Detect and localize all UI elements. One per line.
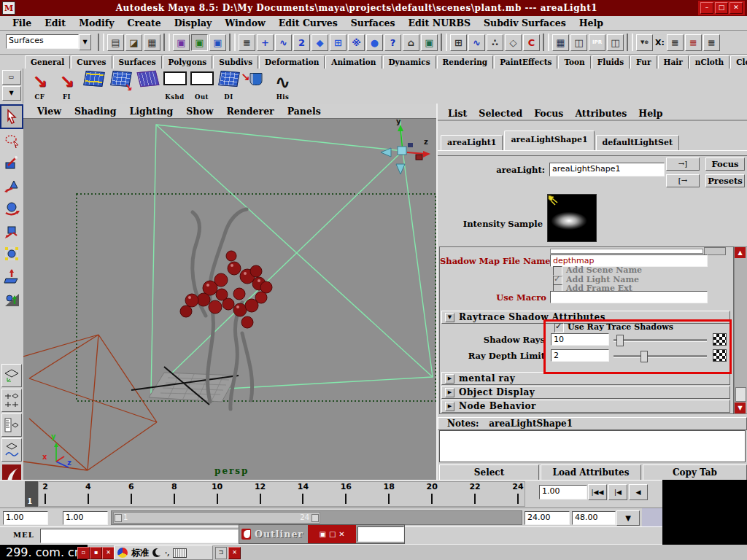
checkbox-icon[interactable] bbox=[553, 276, 562, 285]
mask-curves-icon[interactable]: ∿ bbox=[275, 34, 292, 51]
ime-logo-icon[interactable] bbox=[117, 548, 128, 558]
select-tool[interactable] bbox=[0, 104, 23, 129]
hide-show-icon[interactable]: →] bbox=[666, 158, 700, 171]
shelf-tab[interactable]: Deformation bbox=[259, 55, 325, 69]
outliner-window-titlebar[interactable]: Outliner ▣ □ ✕ bbox=[239, 524, 405, 544]
separator[interactable] bbox=[441, 34, 447, 51]
menu-item[interactable]: Surfaces bbox=[344, 18, 402, 28]
show-manip-tool[interactable] bbox=[1, 288, 22, 310]
mask-hulls-icon[interactable]: ⊞ bbox=[330, 34, 347, 51]
ae-node-tab[interactable]: areaLight1 bbox=[441, 135, 503, 150]
collapsed-section-header[interactable]: ▶ Object Display bbox=[441, 386, 730, 399]
shelf-item-out[interactable]: Out bbox=[188, 69, 215, 102]
minimize-button[interactable]: – bbox=[700, 2, 713, 14]
window-titlebar[interactable]: M Autodesk Maya 8.5: D:\My Documents\may… bbox=[0, 0, 747, 16]
ae-menu-item[interactable]: Focus bbox=[528, 108, 569, 119]
shelf-tab[interactable]: Hair bbox=[658, 55, 689, 69]
menu-item[interactable]: Edit Curves bbox=[272, 18, 344, 28]
shelf-tab[interactable]: General bbox=[25, 55, 70, 69]
lasso-tool[interactable] bbox=[1, 130, 22, 152]
shelf-tab[interactable]: Cloth bbox=[730, 55, 747, 69]
shelf-tab[interactable]: Polygons bbox=[163, 55, 213, 69]
expand-arrow-icon[interactable]: ▶ bbox=[445, 388, 454, 397]
viewport-canvas[interactable]: persp y z x y z bbox=[23, 119, 436, 481]
shelf-item-grid-crumple[interactable] bbox=[134, 69, 161, 102]
menu-item[interactable]: Create bbox=[120, 18, 167, 28]
quick-select-icon[interactable]: ▼⊕ bbox=[636, 34, 653, 51]
viewport-menu-item[interactable]: View bbox=[31, 106, 68, 117]
paint-select-tool[interactable] bbox=[1, 152, 22, 174]
mask-rendering-icon[interactable]: ● bbox=[366, 34, 383, 51]
menuset-selector[interactable]: Surfaces ▼ bbox=[6, 34, 91, 50]
shelf-menu-button[interactable]: ▼ bbox=[2, 86, 21, 101]
save-scene-icon[interactable]: ▦ bbox=[144, 34, 160, 51]
use-macro-field[interactable] bbox=[550, 291, 708, 303]
viewport-menu-item[interactable]: Renderer bbox=[220, 106, 280, 117]
chevron-down-icon[interactable]: ▼ bbox=[79, 34, 91, 50]
new-scene-icon[interactable]: ▤ bbox=[107, 34, 124, 51]
layout-persp-graph[interactable] bbox=[1, 438, 22, 462]
separator[interactable] bbox=[163, 34, 170, 51]
time-slider[interactable]: 1 2 4 6 8 10 bbox=[0, 480, 747, 508]
show-layereditor-icon[interactable]: ≡ bbox=[685, 34, 702, 51]
mask-points-icon[interactable]: + bbox=[257, 34, 274, 51]
snap-point-icon[interactable]: ∴ bbox=[487, 34, 503, 51]
ae-node-tab[interactable]: defaultLightSet bbox=[596, 135, 680, 150]
mask-surfaces-icon[interactable]: ◆ bbox=[311, 34, 328, 51]
shelf-tab[interactable]: Fur bbox=[630, 55, 657, 69]
collapser-icon[interactable]: ≡ bbox=[239, 34, 255, 51]
show-channelbox-icon[interactable]: ≡ bbox=[667, 34, 684, 51]
tray-toggle-button[interactable]: ⊐ bbox=[215, 547, 227, 559]
layout-persp-outliner[interactable] bbox=[1, 413, 22, 437]
scrollbar-thumb[interactable] bbox=[735, 387, 746, 402]
expand-arrow-icon[interactable]: ▶ bbox=[445, 374, 454, 384]
viewport-menu-item[interactable]: Panels bbox=[281, 106, 328, 117]
scroll-down-icon[interactable]: ▼ bbox=[735, 402, 746, 413]
load-attributes-button[interactable]: Load Attributes bbox=[541, 464, 641, 481]
ae-menu-item[interactable]: Help bbox=[632, 108, 668, 119]
separator[interactable] bbox=[229, 34, 236, 51]
command-line-input[interactable] bbox=[40, 529, 239, 543]
ime-punct-icon[interactable]: ·, bbox=[165, 549, 169, 556]
mask-misc-icon[interactable]: ※ bbox=[348, 34, 365, 51]
shelf-item-grid-select[interactable] bbox=[107, 69, 134, 102]
viewport-menu-item[interactable]: Shading bbox=[68, 106, 123, 117]
restore-button[interactable]: □ bbox=[715, 2, 728, 14]
close-button[interactable]: ✕ bbox=[729, 2, 743, 14]
presets-button[interactable]: Presets bbox=[705, 174, 745, 187]
shelf-tab[interactable]: Subdivs bbox=[213, 55, 258, 69]
menu-item[interactable]: Window bbox=[218, 18, 272, 28]
show-attributes-icon[interactable]: ≡ bbox=[703, 34, 720, 51]
range-slider-track[interactable]: 1 24 bbox=[111, 510, 522, 525]
outliner-filter-field[interactable] bbox=[357, 526, 404, 542]
separator[interactable] bbox=[543, 34, 549, 51]
ime-fullhalf-icon[interactable] bbox=[152, 548, 161, 557]
shelf-tab[interactable]: Toon bbox=[558, 55, 590, 69]
menu-item[interactable]: Edit NURBS bbox=[402, 18, 477, 28]
collapsed-section-header[interactable]: ▶ Node Behavior bbox=[441, 400, 730, 413]
snap-magnet-icon[interactable]: C bbox=[523, 34, 540, 51]
ipr-render-icon[interactable]: IPR bbox=[589, 34, 605, 51]
tray-close-button[interactable]: ✕ bbox=[228, 547, 241, 559]
mask-params-icon[interactable]: 2 bbox=[293, 34, 310, 51]
viewport-menu-item[interactable]: Lighting bbox=[123, 106, 180, 117]
viewport-menu-item[interactable]: Show bbox=[179, 106, 220, 117]
ae-menu-item[interactable]: Selected bbox=[473, 108, 528, 119]
current-frame-indicator[interactable]: 1 bbox=[25, 481, 38, 507]
shelf-tab[interactable]: nCloth bbox=[689, 55, 729, 69]
ae-node-tab[interactable]: areaLightShape1 bbox=[504, 131, 594, 150]
taskbar-close-button[interactable]: ✕ bbox=[102, 547, 115, 559]
range-end-handle[interactable] bbox=[311, 514, 319, 522]
current-time-field[interactable]: 1.00 bbox=[539, 485, 587, 499]
go-to-start-button[interactable]: |◀◀ bbox=[588, 484, 607, 500]
universal-manip-tool[interactable] bbox=[1, 243, 22, 265]
collapse-arrow-icon[interactable]: ▼ bbox=[445, 313, 454, 322]
select-button[interactable]: Select bbox=[439, 464, 539, 481]
expand-arrow-icon[interactable]: ▶ bbox=[445, 402, 454, 411]
menu-item[interactable]: Help bbox=[573, 18, 610, 28]
collapsed-section-header[interactable]: ▶ Extra Attributes bbox=[441, 413, 730, 414]
playback-start-field[interactable]: 1.00 bbox=[63, 511, 108, 525]
menu-item[interactable]: File bbox=[6, 18, 38, 28]
render-current-icon[interactable]: ◫ bbox=[570, 34, 587, 51]
hslider-track[interactable] bbox=[550, 249, 703, 254]
